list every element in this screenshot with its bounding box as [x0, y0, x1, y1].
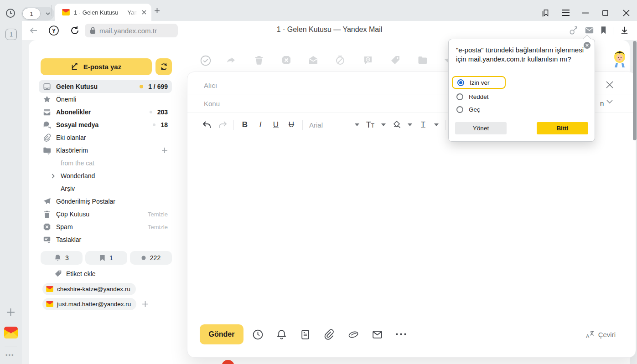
tab-group-count[interactable]: 1 [22, 8, 41, 20]
folder-from-the-cat[interactable]: from the cat [39, 157, 172, 169]
folder-attachments[interactable]: Eki olanlar [39, 131, 172, 144]
chevron-down-icon[interactable] [408, 123, 412, 127]
folder-spam[interactable]: Spam Temizle [39, 220, 172, 233]
folder-social[interactable]: Sosyal medya 18 [39, 118, 172, 131]
radio-unselected[interactable] [456, 93, 463, 100]
bold-button[interactable]: B [240, 120, 249, 129]
compose-icon [71, 63, 79, 71]
back-icon[interactable] [28, 25, 39, 36]
maximize-icon[interactable] [602, 10, 608, 16]
font-size-button[interactable]: TT [366, 120, 375, 130]
chevron-down-icon[interactable] [41, 11, 54, 16]
attach-file-icon[interactable] [323, 329, 335, 340]
collapse-compose-icon[interactable] [606, 99, 613, 104]
add-label-button[interactable]: Etiket ekle [54, 270, 96, 277]
add-folder-icon[interactable] [161, 147, 168, 154]
tab-counter[interactable]: 1 [5, 29, 17, 40]
chevron-down-icon[interactable] [434, 123, 439, 127]
mark-spam-icon[interactable] [281, 55, 292, 66]
bookmark-icon[interactable] [598, 25, 609, 36]
reminders-chip[interactable]: 3 [41, 251, 83, 265]
subscriptions-icon [43, 108, 51, 116]
redo-icon[interactable] [218, 121, 227, 129]
strikethrough-button[interactable]: U [287, 120, 296, 129]
lock-icon[interactable] [89, 27, 96, 34]
folder-sent[interactable]: Gönderilmiş Postalar [39, 195, 172, 208]
bell-icon [54, 254, 61, 261]
template-icon[interactable] [300, 329, 311, 340]
underline-button[interactable]: U [271, 120, 280, 129]
attach-from-disk-icon[interactable] [347, 329, 359, 340]
radio-unselected[interactable] [456, 106, 463, 113]
reload-icon[interactable] [69, 25, 80, 36]
new-tab-icon[interactable] [154, 8, 160, 14]
more-options-icon[interactable] [395, 333, 407, 336]
attach-from-mail-icon[interactable] [372, 329, 383, 340]
url-text[interactable]: mail.yandex.com.tr [99, 27, 157, 35]
folder-wonderland[interactable]: Wonderland [39, 169, 172, 182]
empty-trash-action[interactable]: Temizle [148, 211, 168, 218]
empty-spam-action[interactable]: Temizle [148, 224, 168, 231]
menu-icon[interactable] [562, 10, 570, 16]
folder-drafts[interactable]: Taslaklar [39, 233, 172, 246]
forward-icon[interactable] [226, 55, 237, 66]
history-icon[interactable] [5, 8, 16, 19]
account-chip[interactable]: just.mad.hatter@yandex.ru [42, 298, 136, 310]
unread-chip[interactable]: 222 [130, 251, 172, 265]
schedule-send-icon[interactable] [252, 329, 264, 340]
radio-selected[interactable] [457, 79, 464, 86]
text-color-button[interactable]: T [419, 121, 428, 129]
font-family-select[interactable]: Arial [309, 121, 348, 129]
mail-panel-icon[interactable] [584, 25, 595, 36]
chevron-down-icon[interactable] [381, 123, 386, 127]
yandex-browser-icon[interactable]: Y [48, 25, 59, 36]
remind-icon[interactable] [363, 55, 373, 66]
folder-inbox[interactable]: Gelen Kutusu 1 / 699 [39, 80, 172, 93]
snooze-icon[interactable] [335, 55, 346, 66]
select-all-icon[interactable] [200, 55, 212, 67]
close-compose-icon[interactable] [605, 80, 615, 90]
more-icon[interactable]: ••• [5, 352, 15, 359]
add-account-icon[interactable] [142, 301, 149, 308]
minimize-icon[interactable] [582, 12, 589, 14]
undo-icon[interactable] [202, 121, 212, 129]
dot-icon [141, 256, 146, 260]
folder-subscriptions[interactable]: Abonelikler 203 [39, 106, 172, 118]
label-icon[interactable] [390, 55, 401, 66]
delete-icon[interactable] [254, 55, 264, 66]
option-allow[interactable]: İzin ver [452, 76, 506, 89]
option-deny[interactable]: Reddet [452, 90, 493, 103]
folder-important[interactable]: Önemli [39, 93, 172, 106]
user-avatar[interactable] [611, 50, 628, 68]
chevron-right-icon[interactable] [51, 174, 56, 179]
mark-read-icon[interactable] [308, 55, 319, 66]
yandex-mail-app-icon[interactable] [4, 327, 18, 338]
browser-tab[interactable]: 1 · Gelen Kutusu — Yand [55, 4, 151, 21]
highlight-color-icon[interactable] [392, 120, 401, 129]
tab-close-icon[interactable] [141, 10, 147, 15]
refresh-mail-button[interactable] [155, 58, 172, 75]
bookmarks-panel-icon[interactable] [541, 8, 551, 18]
translate-button[interactable]: A Çeviri [585, 330, 616, 339]
saved-chip[interactable]: 1 [85, 251, 127, 265]
italic-button[interactable]: I [256, 120, 265, 129]
address-bar[interactable]: mail.yandex.com.tr [85, 24, 178, 37]
send-button[interactable]: Gönder [200, 324, 243, 344]
chevron-down-icon[interactable] [355, 123, 359, 127]
scrollbar-thumb[interactable] [633, 41, 637, 140]
folder-archive[interactable]: Arşiv [39, 182, 172, 195]
notify-icon[interactable] [276, 329, 287, 340]
manage-button[interactable]: Yönet [455, 122, 507, 134]
tab-group-pill[interactable]: 1 [21, 7, 54, 21]
done-button[interactable]: Bitti [537, 122, 588, 134]
close-window-icon[interactable] [623, 10, 630, 16]
option-skip[interactable]: Geç [452, 103, 485, 116]
move-to-folder-icon[interactable] [417, 55, 428, 66]
folder-trash[interactable]: Çöp Kutusu Temizle [39, 208, 172, 220]
share-icon[interactable] [569, 25, 579, 36]
folder-my-folders[interactable]: Klasörlerim [39, 144, 172, 157]
account-chip[interactable]: cheshire-katze@yandex.ru [42, 283, 136, 295]
add-panel-icon[interactable] [6, 308, 16, 317]
download-icon[interactable] [619, 25, 630, 36]
compose-email-button[interactable]: E-posta yaz [41, 58, 152, 75]
